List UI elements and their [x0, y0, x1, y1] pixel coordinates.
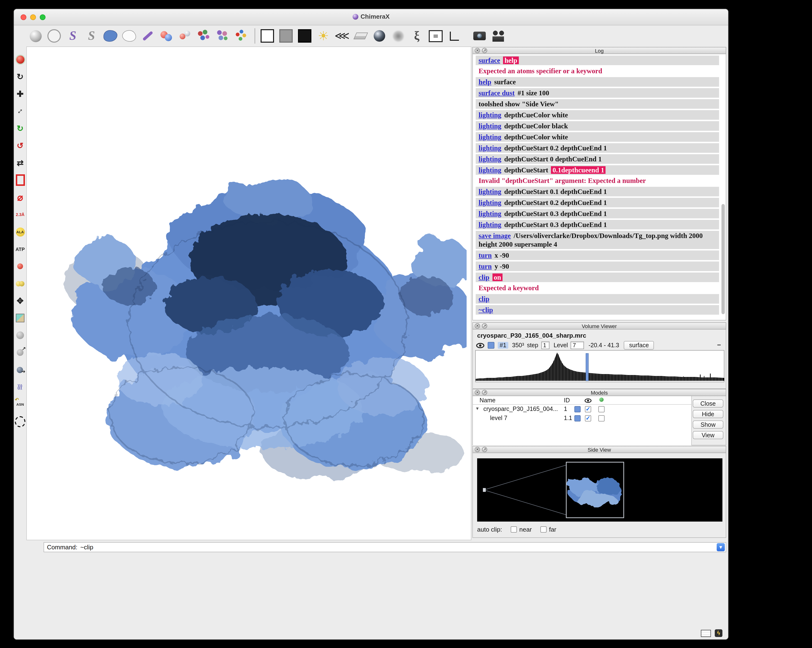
spheres-red-blue-icon[interactable] [159, 29, 173, 43]
ribbon-gray-icon[interactable] [84, 29, 99, 43]
model-color-swatch[interactable] [574, 415, 581, 421]
log-command-link[interactable]: ~clip [479, 306, 493, 314]
seahorse-icon[interactable] [410, 29, 424, 43]
surface-blob-tool-icon[interactable] [15, 330, 25, 340]
log-command-link[interactable]: save image [479, 232, 511, 239]
ball-stick-icon[interactable] [178, 29, 192, 43]
command-history-dropdown[interactable]: ▼ [717, 543, 725, 551]
eraser-icon[interactable] [354, 29, 368, 43]
log-command-link[interactable]: lighting [479, 133, 501, 141]
log-command-link[interactable]: lighting [479, 188, 501, 195]
bond-spheres-icon[interactable] [15, 278, 25, 289]
translate-mode-icon[interactable] [15, 88, 25, 99]
log-scrollbar-thumb[interactable] [722, 204, 725, 314]
volume-style-button[interactable]: surface [624, 341, 654, 350]
models-show-button[interactable]: Show [693, 421, 723, 428]
cluster-b-icon[interactable] [215, 29, 229, 43]
model-row[interactable]: level 71.1✓ [473, 414, 691, 423]
volume-minimize-icon[interactable]: − [717, 341, 721, 349]
clip-off-icon[interactable] [15, 192, 25, 203]
rotate-z-mode-icon[interactable] [15, 123, 25, 134]
side-view-float-icon[interactable]: ↗ [482, 447, 487, 452]
atp-label-icon[interactable] [15, 244, 25, 254]
models-close-icon[interactable]: ✕ [475, 390, 480, 395]
forward-sphere-icon[interactable] [15, 364, 25, 375]
volume-viewer-float-icon[interactable]: ↗ [482, 323, 487, 329]
crop-volume-icon[interactable] [15, 313, 25, 323]
framed-image-icon[interactable] [428, 29, 443, 43]
zone-select-icon[interactable] [15, 416, 25, 427]
swapaa-icon[interactable] [15, 399, 25, 410]
log-command-link[interactable]: lighting [479, 122, 501, 130]
blob-move-icon[interactable] [15, 347, 25, 358]
log-command-link[interactable]: help [479, 78, 491, 86]
disclosure-triangle-icon[interactable]: ▼ [475, 406, 479, 411]
log-command-link[interactable]: lighting [479, 199, 501, 206]
models-float-icon[interactable]: ↗ [482, 390, 487, 395]
flat-ring-icon[interactable] [47, 29, 61, 43]
ribbon-purple-icon[interactable] [66, 29, 80, 43]
model-selected-checkbox[interactable] [598, 415, 604, 421]
mouse-rotate-sphere-icon[interactable] [15, 54, 25, 65]
molecule-multi-icon[interactable] [234, 29, 248, 43]
log-command-link[interactable]: lighting [479, 166, 501, 174]
volume-model-id[interactable]: #1 [498, 342, 508, 349]
keyboard-panel-icon[interactable] [701, 630, 711, 637]
surface-blue-icon[interactable] [103, 29, 118, 43]
side-view-canvas[interactable] [477, 458, 722, 521]
snapshot-camera-icon[interactable] [472, 29, 487, 43]
log-command-link[interactable]: lighting [479, 155, 501, 163]
axes-icon[interactable] [447, 29, 461, 43]
accelerator-icon[interactable]: ϟ [715, 629, 722, 637]
model-color-swatch[interactable] [574, 406, 581, 412]
rotate-mode-icon[interactable] [15, 72, 25, 82]
lighting-multi-icon[interactable] [335, 29, 349, 43]
volume-step-input[interactable]: 1 [541, 342, 549, 349]
models-hide-button[interactable]: Hide [693, 410, 723, 418]
log-command-link[interactable]: clip [479, 273, 489, 281]
log-float-icon[interactable]: ↗ [482, 48, 487, 53]
rotate-selected-icon[interactable] [15, 140, 25, 151]
shiny-sphere-icon[interactable] [372, 29, 386, 43]
log-close-icon[interactable]: ✕ [475, 48, 480, 53]
graphics-viewport[interactable] [26, 46, 472, 540]
model-selected-checkbox[interactable] [598, 406, 604, 412]
soft-blob-icon[interactable] [391, 29, 405, 43]
label-ala-icon[interactable] [15, 227, 25, 237]
move-xyz-icon[interactable] [15, 296, 25, 306]
auto-clip-far-checkbox[interactable] [540, 526, 546, 532]
zoom-mode-icon[interactable] [15, 106, 25, 116]
swap-axes-icon[interactable] [15, 157, 25, 168]
movie-camera-icon[interactable] [491, 29, 505, 43]
log-command-link[interactable]: lighting [479, 144, 501, 152]
log-command-link[interactable]: lighting [479, 221, 501, 229]
bg-gray-square-icon[interactable] [279, 29, 293, 43]
volume-viewer-close-icon[interactable]: ✕ [475, 323, 480, 329]
lighting-bulb-icon[interactable] [316, 29, 331, 43]
auto-clip-near-checkbox[interactable] [511, 526, 517, 532]
log-command-link[interactable]: turn [479, 252, 492, 259]
bg-white-square-icon[interactable] [260, 29, 275, 43]
volume-color-swatch[interactable] [488, 342, 495, 349]
spring-icon[interactable] [15, 382, 25, 392]
small-sphere-icon[interactable] [15, 261, 25, 271]
surface-white-icon[interactable] [122, 29, 136, 43]
model-shown-checkbox[interactable]: ✓ [585, 406, 591, 412]
volume-histogram[interactable] [475, 350, 724, 382]
clip-slab-icon[interactable] [15, 175, 25, 185]
atom-sphere-icon[interactable] [28, 29, 43, 43]
command-input[interactable]: ~clip [80, 544, 717, 551]
stick-purple-icon[interactable] [140, 29, 155, 43]
log-command-link[interactable]: surface [479, 56, 500, 64]
models-close-button[interactable]: Close [693, 399, 723, 407]
distance-mode-icon[interactable] [15, 209, 25, 220]
log-command-link[interactable]: turn [479, 262, 492, 270]
side-view-close-icon[interactable]: ✕ [475, 447, 480, 452]
model-shown-checkbox[interactable]: ✓ [585, 415, 591, 421]
model-row[interactable]: ▼cryosparc_P30_J165_004...1✓ [473, 405, 691, 414]
models-view-button[interactable]: View [693, 431, 723, 439]
log-command-link[interactable]: surface dust [479, 89, 515, 97]
bg-black-square-icon[interactable] [298, 29, 312, 43]
log-command-link[interactable]: lighting [479, 111, 501, 119]
log-command-link[interactable]: clip [479, 295, 489, 303]
